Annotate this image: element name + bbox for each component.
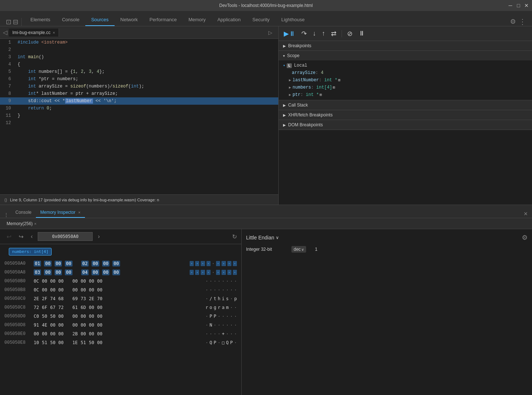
line-number-3: 3 [0,53,15,61]
tab-performance[interactable]: Performance [144,14,182,26]
mem-bytes-2: 0C000000 00000000 [34,279,200,284]
scope-section: ▾ Scope ▾ L Local arraySize : [279,51,532,100]
memory-next-page[interactable]: › [96,232,102,241]
tab-memory[interactable]: Memory [183,14,212,26]
dom-header[interactable]: ▶ DOM Breakpoints [279,120,532,130]
bottom-panel-toggle[interactable]: ⋮ [1,212,11,218]
mem-ascii-4: · / t h i s · p [205,296,237,301]
code-line-10: 10 return 0; [0,105,278,112]
scope-header[interactable]: ▾ Scope [279,51,532,60]
code-editor: 1 #include <iostream> 2 3 int main() [0,39,278,194]
scope-ptr-val: int * [306,92,319,97]
memory-address-input[interactable] [38,232,93,241]
scope-lastnumber[interactable]: ▶ lastNumber : int * ⊞ [283,77,528,84]
endian-selector: Little Endian ∨ ⚙ [246,234,528,242]
minimize-button[interactable]: ─ [508,3,513,8]
more-options-button[interactable]: ⋮ [519,17,526,26]
xhr-header[interactable]: ▶ XHR/fetch Breakpoints [279,110,532,120]
close-button[interactable]: ✕ [524,3,529,8]
line-content-9: std::cout << *lastNumber << '\n'; [15,97,116,105]
content-area: ◁ lmi-bug-example.cc × ▷ 1 #include <i [0,26,532,395]
memory-hex-panel: ↩ ↪ ‹ › ↻ numbers: int[4] [0,229,242,395]
scope-local-arrow: ▾ [283,63,285,68]
memory-prev-page[interactable]: ‹ [29,232,35,241]
settings-button[interactable]: ⚙ [510,18,516,26]
mem-char-0-2: · [201,261,205,266]
debug-toolbar: ▶⏸ ↷ ↓ ↑ ⇄ ⊘ ⏸ [279,26,532,41]
memory-inspector-close[interactable]: × [78,210,80,215]
source-tab-close[interactable]: × [53,30,55,35]
memory-refresh-button[interactable]: ↻ [232,233,237,240]
scope-local-item[interactable]: ▾ L Local [283,62,528,69]
mem-byte-1-7: 00 [112,269,120,275]
tab-network[interactable]: Network [115,14,144,26]
step-into-button[interactable]: ↓ [310,28,318,39]
scope-arraysize-sep: : [316,70,321,75]
callstack-arrow: ▶ [283,103,286,107]
endian-label-container[interactable]: Little Endian ∨ [246,235,279,241]
memory-row-4: 005050C0 2E2F7468 69732E70 · / t h [0,294,241,303]
mem-ascii-7: · N · · · · · · [205,323,237,328]
step-out-button[interactable]: ↑ [320,28,327,39]
tab-memory-inspector[interactable]: Memory Inspector × [36,208,85,218]
play-pause-button[interactable]: ▶⏸ [282,28,298,39]
restore-button[interactable]: □ [516,3,521,8]
memory-value-panel: Little Endian ∨ ⚙ Integer 32-bit dec ∨ [242,229,532,395]
step-back-button[interactable]: ⇄ [329,28,339,39]
line-number-10: 10 [0,105,15,112]
memory-content: ↩ ↪ ‹ › ↻ numbers: int[4] [0,229,532,395]
xhr-section: ▶ XHR/fetch Breakpoints [279,110,532,120]
source-play-button[interactable]: ▷ [267,28,274,37]
memory-nav-back[interactable]: ↩ [4,232,14,241]
titlebar-controls: ─ □ ✕ [508,3,529,8]
toggle-device-toolbar[interactable]: ⊡ [6,18,11,26]
toggle-sidebar[interactable]: ⊟ [13,18,18,26]
source-file-tab[interactable]: lmi-bug-example.cc × [9,29,59,37]
mem-char-1-6: · [222,270,226,275]
int32-format-selector[interactable]: dec ∨ [291,246,306,253]
line-number-7: 7 [0,83,15,90]
endian-settings-button[interactable]: ⚙ [522,234,528,242]
int32-type-label: Integer 32-bit [246,247,283,252]
bottom-close-btn[interactable]: × [524,210,531,218]
pause-on-exception-button[interactable]: ⏸ [356,28,367,39]
memory-variable-label: numbers: int[4] [9,248,52,256]
tab-elements[interactable]: Elements [25,14,56,26]
deactivate-button[interactable]: ⊘ [345,28,355,39]
memory-256-tab[interactable]: Memory(256) × [3,220,40,228]
line-content-8: int* lastNumber = ptr + arraySize; [15,90,118,97]
mem-char-1-1: · [195,270,199,275]
tab-application[interactable]: Application [212,14,247,26]
close-icon[interactable]: × [524,210,528,217]
scope-numbers-arrow: ▶ [289,85,291,90]
memory-tab-close[interactable]: × [34,221,36,226]
memory-row-0: 005050A0 01 00 00 00 02 00 00 00 [0,259,241,268]
scope-ptr-arrow: ▶ [289,93,291,97]
bottom-panel-toggle-icon[interactable]: ⋮ [4,212,9,218]
step-over-button[interactable]: ↷ [299,28,309,39]
scope-numbers[interactable]: ▶ numbers : int[4] ⊞ [283,84,528,91]
breakpoints-section: ▶ Breakpoints [279,41,532,51]
memory-label-container: numbers: int[4] [0,244,241,259]
tab-security[interactable]: Security [246,14,275,26]
line-number-5: 5 [0,68,15,75]
debug-panel: ▶⏸ ↷ ↓ ↑ ⇄ ⊘ ⏸ ▶ Breakpoints [279,26,532,205]
callstack-header[interactable]: ▶ Call Stack [279,100,532,110]
mem-char-0-7: · [227,261,231,266]
tab-console[interactable]: Console [56,14,85,26]
code-line-3: 3 int main() [0,53,278,61]
source-nav-toggle[interactable]: ◁ [1,27,9,37]
memory-nav-forward[interactable]: ↪ [16,232,26,241]
tab-sources[interactable]: Sources [85,14,115,26]
tab-lighthouse[interactable]: Lighthouse [275,14,310,26]
line-number-2: 2 [0,46,15,53]
line-number-8: 8 [0,90,15,97]
titlebar-title: DevTools - localhost:4000/lmi-bug-exampl… [219,3,313,8]
scope-ptr[interactable]: ▶ ptr : int * ⊞ [283,91,528,98]
memory-table: 005050A0 01 00 00 00 02 00 00 00 [0,259,241,395]
tab-console-bottom[interactable]: Console [11,208,36,218]
breakpoints-header[interactable]: ▶ Breakpoints [279,41,532,51]
mem-byte-1-6: 00 [102,269,109,275]
brackets-icon: {} [4,198,7,202]
memory-row-3: 005050B8 0C000000 00000000 ········ [0,286,241,294]
